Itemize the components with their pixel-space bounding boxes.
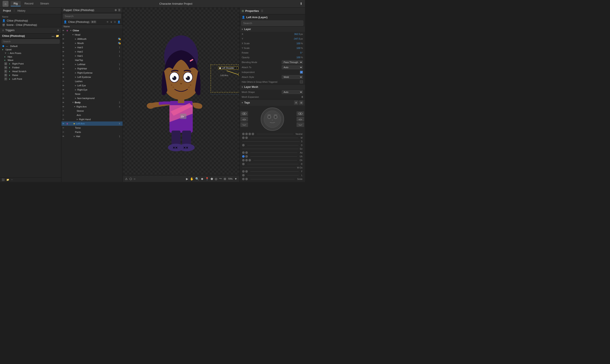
layer-hair3[interactable]: 👁 ▶ Hair3 1 [61,45,123,50]
layer-crown-left-arm[interactable]: ♛ [65,123,69,125]
project-item-chloe[interactable]: 👤 Chloe (Photoshop) [0,18,61,23]
layer-mesh-header[interactable]: ▼ Layer Mesh [240,84,305,90]
trigger-raise[interactable]: R ♦ Raise [0,73,61,77]
layer-left-arm[interactable]: 👁 ♛ ▶ Left Arm 4 [61,121,123,126]
layer-mouth[interactable]: 👁 ▶ Mouth 🎭 [61,41,123,45]
tool-warning-icon[interactable]: ⚠ [125,177,128,181]
triggers-bottom-icon3[interactable]: ✂ [11,178,13,181]
layer-vis-righthair[interactable]: 👁 [61,67,65,70]
tag-letter-icon[interactable]: A [294,101,298,105]
layer-pants[interactable]: 👁 Pants [61,130,123,134]
layer-vis-face-bg[interactable]: 👁 [61,97,65,100]
layer-right-eyebrow[interactable]: 👁 ▶ Right Eyebrow [61,71,123,75]
layer-vis-left-arm[interactable]: 👁 [61,123,65,125]
layer-right-arm[interactable]: 👁 ▼ Right Arm 4 [61,104,123,109]
zoom-dropdown-icon[interactable]: ▼ [234,177,237,181]
attach-style-select[interactable]: Weld Pin [282,75,303,79]
tool-select-icon[interactable]: ▶ [186,177,188,181]
x-value[interactable]: 362.5 [294,33,300,35]
trigger-upset[interactable]: ♦ Upset [0,48,61,51]
shoulder-close[interactable]: × [236,67,237,69]
attach-to-select[interactable]: Auto [282,65,303,69]
tool-mesh-icon[interactable]: ⬡ [129,177,132,181]
y-value[interactable]: -347.5 [293,38,300,40]
layer-vis-body[interactable]: 👁 [61,101,65,104]
layer-left-eyebrow[interactable]: 👁 ▶ Left Eyebrow [61,75,123,79]
tool-hand-icon[interactable]: ✋ [190,177,194,181]
layer-vis-right-hand[interactable]: 👁 [61,118,65,121]
home-button[interactable]: ⌂ [2,1,9,7]
layer-nose[interactable]: 👁 Nose [61,92,123,96]
trigger-left-point[interactable]: T ♦ Left Point [0,77,61,81]
rotate-value[interactable]: 0 [300,52,301,54]
layer-lashes[interactable]: 👁 Lashes [61,79,123,83]
opacity-value[interactable]: 100 [297,56,300,59]
layer-hair2[interactable]: 👁 ▶ Hair2 1 [61,50,123,54]
layer-hair[interactable]: 👁 ▶ Hair 1 [61,134,123,138]
tool-wave-icon[interactable]: 〜 [219,177,222,181]
layer-sleeve[interactable]: 👁 Sleeve [61,109,123,113]
layer-head[interactable]: 👁 ▼ Head [61,33,123,37]
layer-vis-left-eyebrow[interactable]: 👁 [61,76,65,78]
export-button[interactable]: ⬆ [300,2,302,6]
xscale-value[interactable]: 100 [297,42,300,45]
layer-vis-chloe[interactable]: 👁 [61,29,65,32]
puppet-search-input[interactable] [63,14,121,19]
tab-rig[interactable]: Rig [11,1,21,6]
triggers-add-button[interactable]: + [57,28,59,32]
tool-zoom-icon[interactable]: 🔍 [195,177,199,181]
trigger-arm-poses-group[interactable]: ▼ ○ Arm Poses [0,51,61,55]
layer-altmouth[interactable]: 👁 ▶ AltMouth 🎭 [61,37,123,41]
tool-target-icon[interactable]: ◎ [215,177,217,181]
layer-vis-altmouth[interactable]: 👁 [61,38,65,40]
tab-record[interactable]: Record [22,1,36,6]
layer-vis-pants[interactable]: 👁 [61,131,65,133]
canvas-viewport[interactable]: ✕✕ ✕✕ [123,8,239,175]
layer-hair1[interactable]: 👁 ▶ Hair1 1 [61,54,123,58]
tab-project[interactable]: Project [2,9,12,13]
layer-right-eye[interactable]: 👁 ▶ Right Eye [61,88,123,92]
independent-checkbox[interactable]: ✓ [300,71,303,74]
layer-vis-right-eyebrow[interactable]: 👁 [61,72,65,74]
tab-history[interactable]: History [16,9,27,13]
trigger-hips[interactable]: ♦ Hips [0,55,61,58]
layer-hairtop[interactable]: 👁 HairTop [61,58,123,62]
layer-vis-hair[interactable]: 👁 [61,135,65,138]
trigger-default[interactable]: 🔷 — Default [0,44,61,48]
layer-section-header[interactable]: ▼ Layer [240,27,305,32]
layer-vis-right-arm[interactable]: 👁 [61,106,65,108]
layer-vis-hair2[interactable]: 👁 [61,51,65,53]
layer-lefthair[interactable]: 👁 ▶ LeftHair 1 [61,62,123,66]
layer-vis-nose[interactable]: 👁 [61,93,65,95]
triggers-folder-icon[interactable]: 📁 [56,34,59,38]
trigger-wave[interactable]: ♦ Wave [0,58,61,62]
triggers-bottom-icon2[interactable]: 📁 [6,178,9,181]
tool-grid-icon[interactable]: ⊞ [224,177,226,181]
layer-vis-arm[interactable]: 👁 [61,114,65,117]
yscale-value[interactable]: 100 [297,47,300,49]
layer-body[interactable]: 👁 ▼ Body 2 [61,100,123,104]
trigger-folded[interactable]: N ♦ Folded [0,65,61,69]
layer-vis-lefthair[interactable]: 👁 [61,63,65,65]
layer-vis-mouth[interactable]: 👁 [61,42,65,44]
blending-mode-select[interactable]: Pass Through Normal Multiply [282,60,303,64]
properties-search-input[interactable] [241,21,303,26]
tab-stream[interactable]: Stream [37,1,52,6]
mesh-expansion-value[interactable]: 0 [302,96,303,98]
layer-right-hand[interactable]: 👁 ▶ Right Hand [61,117,123,121]
layer-arm[interactable]: 👁 Arm [61,113,123,117]
tool-record-icon[interactable]: ⏺ [201,177,203,181]
mesh-shape-select[interactable]: Auto [282,90,303,94]
layer-crown-chloe[interactable]: ♛ [65,29,69,32]
layer-vis-sleeve[interactable]: 👁 [61,110,65,112]
tool-mesh2-icon[interactable]: ⬟ [211,177,213,181]
hide-others-checkbox[interactable] [300,80,303,83]
tag-grid-icon[interactable]: ⊞ [299,101,303,105]
puppet-header-icon1[interactable]: ⚙ [115,9,117,12]
triggers-search-input[interactable] [2,39,59,44]
trigger-right-point[interactable]: Q ♦ Right Point [0,62,61,65]
layer-vis-hair3[interactable]: 👁 [61,46,65,49]
properties-menu-icon[interactable]: ☰ [261,10,263,13]
layer-left-eye[interactable]: 👁 ▶ Left Eye [61,83,123,88]
layer-torso[interactable]: 👁 Torso [61,126,123,130]
